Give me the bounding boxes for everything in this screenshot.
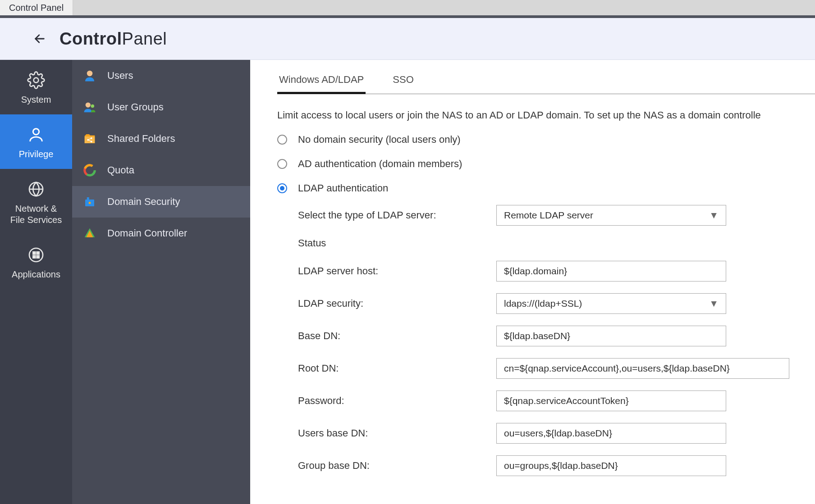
- nav-secondary-label: Domain Controller: [107, 227, 187, 239]
- svg-point-2: [33, 129, 39, 135]
- content-pane: Windows AD/LDAP SSO Limit access to loca…: [250, 60, 815, 504]
- arrow-left-icon: [33, 32, 46, 45]
- nav-primary-label: Applications: [12, 269, 60, 280]
- domain-controller-icon: [82, 226, 97, 241]
- label-group-base-dn: Group base DN:: [298, 460, 496, 472]
- domain-security-icon: [82, 194, 97, 209]
- input-ldap-host[interactable]: ${ldap.domain}: [496, 261, 726, 282]
- nav-secondary-domain-controller[interactable]: Domain Controller: [72, 218, 250, 249]
- input-value: ${qnap.serviceAccountToken}: [504, 395, 629, 406]
- page-header: ControlPanel: [0, 18, 815, 60]
- nav-primary-applications[interactable]: Applications: [0, 235, 72, 289]
- nav-secondary-label: Shared Folders: [107, 133, 175, 145]
- page-title-rest: Panel: [122, 29, 167, 48]
- nav-secondary-quota[interactable]: Quota: [72, 154, 250, 186]
- label-server-type: Select the type of LDAP server:: [298, 209, 496, 221]
- chevron-down-icon: ▼: [709, 210, 719, 221]
- gear-icon: [26, 70, 46, 91]
- label-password: Password:: [298, 395, 496, 407]
- tab-label: Windows AD/LDAP: [279, 74, 364, 85]
- select-ldap-security[interactable]: ldaps://(ldap+SSL) ▼: [496, 293, 726, 314]
- nav-primary-privilege[interactable]: Privilege: [0, 114, 72, 169]
- radio-icon[interactable]: [277, 183, 287, 193]
- input-root-dn[interactable]: cn=${qnap.serviceAccount},ou=users,${lda…: [496, 358, 789, 379]
- label-ldap-security: LDAP security:: [298, 298, 496, 309]
- svg-rect-22: [87, 197, 89, 200]
- content-tabbar: Windows AD/LDAP SSO: [277, 60, 815, 94]
- folder-share-icon: [82, 131, 97, 146]
- nav-secondary: Users User Groups Shared Folders Quota D…: [72, 60, 250, 504]
- label-ldap-host: LDAP server host:: [298, 265, 496, 277]
- tab-label: SSO: [393, 74, 413, 85]
- radio-label: No domain security (local users only): [298, 134, 461, 145]
- radio-icon[interactable]: [277, 159, 287, 169]
- radio-row-ldap-auth[interactable]: LDAP authentication: [277, 182, 815, 194]
- input-value: ou=users,${ldap.baseDN}: [504, 428, 612, 439]
- people-icon: [82, 100, 97, 115]
- select-value: ldaps://(ldap+SSL): [504, 298, 582, 309]
- radio-label: LDAP authentication: [298, 182, 388, 194]
- label-users-base-dn: Users base DN:: [298, 427, 496, 439]
- user-icon: [26, 124, 46, 145]
- input-value: cn=${qnap.serviceAccount},ou=users,${lda…: [504, 363, 730, 374]
- input-group-base-dn[interactable]: ou=groups,${ldap.baseDN}: [496, 455, 726, 476]
- radio-label: AD authentication (domain members): [298, 158, 462, 170]
- window-tab-control-panel[interactable]: Control Panel: [0, 0, 73, 15]
- svg-rect-8: [37, 256, 39, 258]
- nav-secondary-label: User Groups: [107, 101, 164, 113]
- radio-row-no-domain[interactable]: No domain security (local users only): [277, 134, 815, 145]
- window-tabbar-filler: [73, 0, 815, 15]
- nav-primary-label: Network & File Services: [10, 203, 62, 226]
- input-users-base-dn[interactable]: ou=users,${ldap.baseDN}: [496, 423, 726, 444]
- svg-rect-12: [85, 136, 95, 143]
- ldap-form: Select the type of LDAP server: Remote L…: [298, 205, 815, 476]
- svg-rect-6: [37, 252, 39, 254]
- input-value: ou=groups,${ldap.baseDN}: [504, 460, 618, 471]
- label-base-dn: Base DN:: [298, 330, 496, 342]
- select-server-type[interactable]: Remote LDAP server ▼: [496, 205, 726, 226]
- nav-secondary-label: Domain Security: [107, 196, 180, 208]
- svg-point-10: [86, 102, 91, 107]
- window-tabbar: Control Panel: [0, 0, 815, 18]
- svg-rect-5: [33, 252, 35, 254]
- nav-secondary-domain-security[interactable]: Domain Security: [72, 186, 250, 218]
- nav-secondary-user-groups[interactable]: User Groups: [72, 91, 250, 123]
- nav-secondary-shared-folders[interactable]: Shared Folders: [72, 123, 250, 154]
- nav-primary-system[interactable]: System: [0, 60, 72, 114]
- radio-row-ad-auth[interactable]: AD authentication (domain members): [277, 158, 815, 170]
- svg-point-23: [89, 202, 91, 204]
- quota-icon: [82, 163, 97, 178]
- input-base-dn[interactable]: ${ldap.baseDN}: [496, 326, 726, 346]
- nav-primary-network[interactable]: Network & File Services: [0, 169, 72, 235]
- back-button[interactable]: [32, 32, 47, 46]
- nav-secondary-label: Quota: [107, 164, 134, 176]
- section-description: Limit access to local users or join the …: [277, 109, 815, 121]
- input-value: ${ldap.baseDN}: [504, 331, 570, 341]
- page-title-bold: Control: [60, 29, 122, 48]
- window-tab-label: Control Panel: [9, 3, 64, 13]
- svg-point-1: [34, 78, 39, 83]
- tab-sso[interactable]: SSO: [391, 69, 415, 94]
- person-icon: [82, 68, 97, 83]
- nav-primary: System Privilege Network & File Services…: [0, 60, 72, 504]
- svg-point-9: [87, 71, 93, 77]
- globe-icon: [26, 179, 46, 200]
- input-value: ${ldap.domain}: [504, 266, 567, 277]
- chevron-down-icon: ▼: [709, 298, 719, 309]
- tab-windows-ad-ldap[interactable]: Windows AD/LDAP: [277, 69, 366, 94]
- label-root-dn: Root DN:: [298, 363, 496, 374]
- input-password[interactable]: ${qnap.serviceAccountToken}: [496, 390, 726, 411]
- page-title: ControlPanel: [60, 29, 167, 49]
- svg-point-4: [29, 248, 43, 262]
- nav-primary-label: Privilege: [19, 149, 54, 160]
- nav-secondary-label: Users: [107, 70, 133, 82]
- label-status: Status: [298, 237, 496, 249]
- apps-icon: [26, 245, 46, 265]
- svg-rect-7: [33, 256, 35, 258]
- svg-point-11: [91, 104, 95, 108]
- select-value: Remote LDAP server: [504, 210, 593, 221]
- nav-secondary-users[interactable]: Users: [72, 60, 250, 91]
- radio-icon[interactable]: [277, 135, 287, 145]
- nav-primary-label: System: [21, 94, 51, 105]
